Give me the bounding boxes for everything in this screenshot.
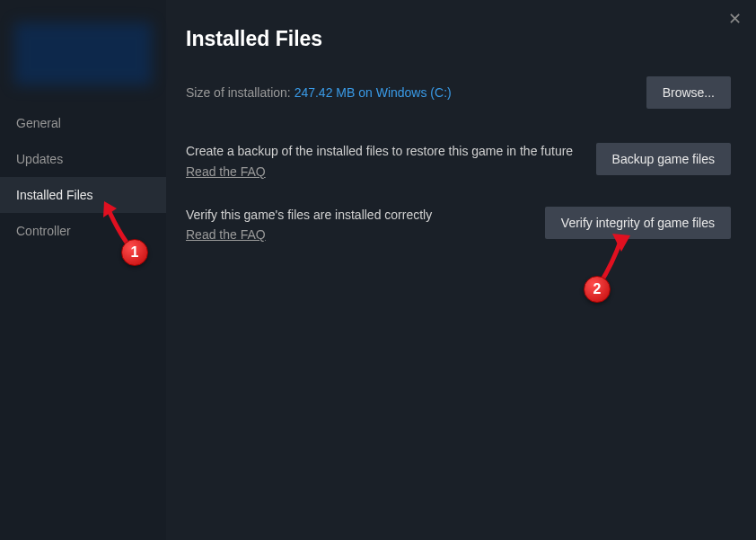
install-size-row: Size of installation: 247.42 MB on Windo…: [186, 76, 731, 109]
sidebar-item-installed-files[interactable]: Installed Files: [0, 177, 166, 213]
verify-description: Verify this game's files are installed c…: [186, 207, 527, 225]
verify-faq-link[interactable]: Read the FAQ: [186, 227, 266, 242]
properties-window: ✕ General Updates Installed Files Contro…: [0, 0, 756, 540]
close-icon[interactable]: ✕: [728, 9, 742, 29]
verify-section: Verify this game's files are installed c…: [186, 207, 731, 243]
backup-section: Create a backup of the installed files t…: [186, 143, 731, 180]
backup-description: Create a backup of the installed files t…: [186, 143, 578, 161]
sidebar-item-general[interactable]: General: [0, 105, 166, 141]
sidebar-item-updates[interactable]: Updates: [0, 141, 166, 177]
game-thumbnail: [14, 22, 152, 85]
install-size-value: 247.42 MB on Windows (C:): [294, 85, 452, 100]
page-title: Installed Files: [186, 27, 731, 51]
sidebar: General Updates Installed Files Controll…: [0, 0, 166, 540]
content-panel: Installed Files Size of installation: 24…: [166, 0, 756, 540]
verify-button[interactable]: Verify integrity of game files: [545, 207, 731, 239]
sidebar-item-controller[interactable]: Controller: [0, 213, 166, 249]
browse-button[interactable]: Browse...: [646, 76, 731, 109]
install-size-label: Size of installation:: [186, 85, 294, 100]
backup-faq-link[interactable]: Read the FAQ: [186, 164, 266, 179]
backup-button[interactable]: Backup game files: [596, 143, 731, 175]
